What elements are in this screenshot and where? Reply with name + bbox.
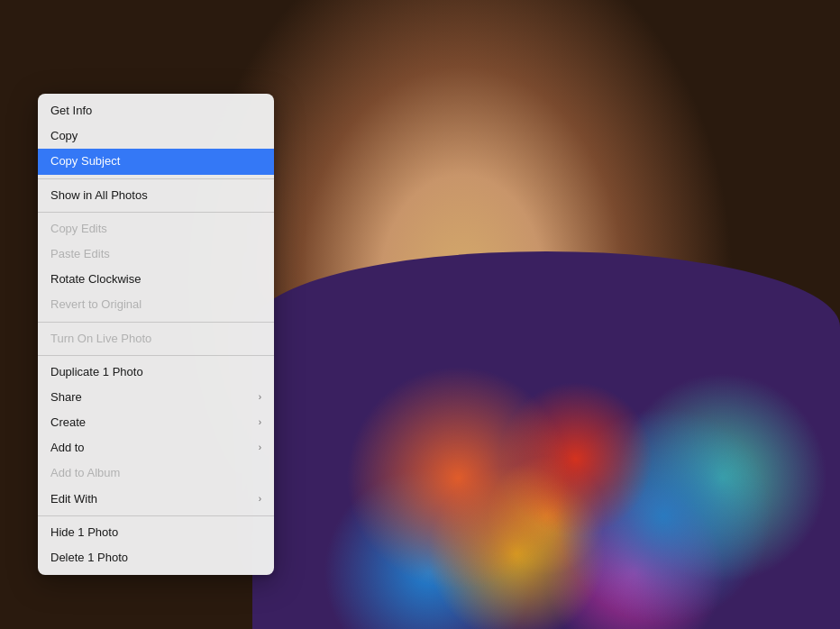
menu-item-label: Show in All Photos [50, 187, 148, 204]
menu-item-show-in-all-photos[interactable]: Show in All Photos [38, 183, 274, 208]
menu-item-label: Add to Album [50, 465, 120, 481]
menu-item-label: Copy [50, 128, 78, 144]
menu-item-label: Share [50, 389, 82, 406]
menu-separator [38, 322, 274, 323]
menu-item-label: Copy Subject [50, 153, 120, 169]
menu-separator [38, 515, 274, 516]
menu-item-label: Get Info [50, 103, 92, 119]
menu-item-create[interactable]: Create› [38, 410, 274, 435]
menu-item-share[interactable]: Share› [38, 385, 274, 410]
submenu-chevron-icon: › [259, 416, 261, 429]
menu-item-label: Revert to Original [50, 296, 142, 313]
menu-separator [38, 212, 274, 213]
menu-item-copy[interactable]: Copy [38, 123, 274, 149]
submenu-chevron-icon: › [259, 493, 261, 506]
menu-item-label: Paste Edits [50, 246, 110, 262]
menu-item-copy-subject[interactable]: Copy Subject [38, 149, 274, 174]
context-menu: Get InfoCopyCopy SubjectShow in All Phot… [38, 94, 274, 575]
menu-item-rotate-clockwise[interactable]: Rotate Clockwise [38, 267, 274, 292]
menu-item-delete-photo[interactable]: Delete 1 Photo [38, 545, 274, 570]
jacket-overlay [252, 251, 840, 629]
menu-item-label: Create [50, 415, 86, 431]
menu-item-copy-edits: Copy Edits [38, 216, 274, 242]
menu-item-get-info[interactable]: Get Info [38, 98, 274, 123]
menu-item-paste-edits: Paste Edits [38, 242, 274, 267]
menu-separator [38, 355, 274, 356]
submenu-chevron-icon: › [259, 442, 261, 454]
menu-separator [38, 178, 274, 179]
menu-item-add-to-album: Add to Album [38, 460, 274, 486]
menu-item-revert-to-original: Revert to Original [38, 292, 274, 317]
menu-item-edit-with[interactable]: Edit With› [38, 487, 274, 512]
menu-item-hide-photo[interactable]: Hide 1 Photo [38, 520, 274, 545]
menu-item-label: Copy Edits [50, 221, 107, 237]
menu-item-label: Turn On Live Photo [50, 331, 151, 347]
menu-item-label: Rotate Clockwise [50, 271, 141, 287]
menu-item-label: Duplicate 1 Photo [50, 364, 143, 380]
submenu-chevron-icon: › [259, 391, 261, 404]
menu-item-label: Edit With [50, 491, 97, 507]
menu-item-duplicate-photo[interactable]: Duplicate 1 Photo [38, 360, 274, 385]
menu-item-label: Delete 1 Photo [50, 550, 128, 566]
menu-item-label: Hide 1 Photo [50, 524, 118, 541]
menu-item-add-to[interactable]: Add to› [38, 435, 274, 460]
menu-item-label: Add to [50, 440, 85, 456]
menu-item-turn-on-live-photo: Turn On Live Photo [38, 326, 274, 351]
